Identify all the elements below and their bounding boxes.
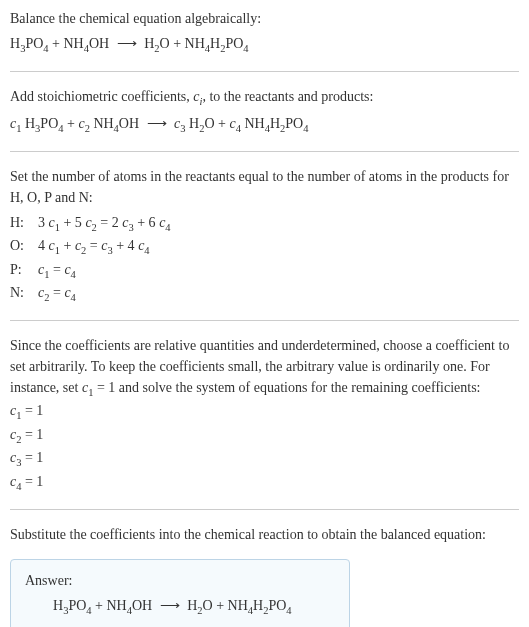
answer-label: Answer: (25, 570, 335, 591)
divider (10, 509, 519, 510)
atom-balance-table: H: 3 c1 + 5 c2 = 2 c3 + 6 c4 O: 4 c1 + c… (10, 212, 171, 306)
table-row: P: c1 = c4 (10, 259, 171, 283)
step-5: Substitute the coefficients into the che… (10, 524, 519, 545)
step-2-text: Add stoichiometric coefficients, ci, to … (10, 86, 519, 110)
element-equation: 3 c1 + 5 c2 = 2 c3 + 6 c4 (38, 212, 171, 236)
step-3-text: Set the number of atoms in the reactants… (10, 166, 519, 208)
table-row: H: 3 c1 + 5 c2 = 2 c3 + 6 c4 (10, 212, 171, 236)
answer-equation: H3PO4 + NH4OH ⟶ H2O + NH4H2PO4 (25, 595, 335, 619)
coefficient-line: c1 = 1 (10, 400, 519, 424)
step-4: Since the coefficients are relative quan… (10, 335, 519, 495)
element-equation: 4 c1 + c2 = c3 + 4 c4 (38, 235, 171, 259)
divider (10, 71, 519, 72)
step-2: Add stoichiometric coefficients, ci, to … (10, 86, 519, 137)
coefficient-line: c3 = 1 (10, 447, 519, 471)
step-5-text: Substitute the coefficients into the che… (10, 524, 519, 545)
step-1-text: Balance the chemical equation algebraica… (10, 8, 519, 29)
divider (10, 320, 519, 321)
element-label: N: (10, 282, 38, 306)
step-3: Set the number of atoms in the reactants… (10, 166, 519, 306)
table-row: O: 4 c1 + c2 = c3 + 4 c4 (10, 235, 171, 259)
element-equation: c2 = c4 (38, 282, 171, 306)
table-row: N: c2 = c4 (10, 282, 171, 306)
element-equation: c1 = c4 (38, 259, 171, 283)
coefficient-line: c2 = 1 (10, 424, 519, 448)
divider (10, 151, 519, 152)
step-1-equation: H3PO4 + NH4OH ⟶ H2O + NH4H2PO4 (10, 33, 519, 57)
step-1: Balance the chemical equation algebraica… (10, 8, 519, 57)
step-4-text: Since the coefficients are relative quan… (10, 335, 519, 401)
element-label: O: (10, 235, 38, 259)
element-label: P: (10, 259, 38, 283)
answer-box: Answer: H3PO4 + NH4OH ⟶ H2O + NH4H2PO4 (10, 559, 350, 627)
element-label: H: (10, 212, 38, 236)
step-2-equation: c1 H3PO4 + c2 NH4OH ⟶ c3 H2O + c4 NH4H2P… (10, 113, 519, 137)
coefficient-line: c4 = 1 (10, 471, 519, 495)
